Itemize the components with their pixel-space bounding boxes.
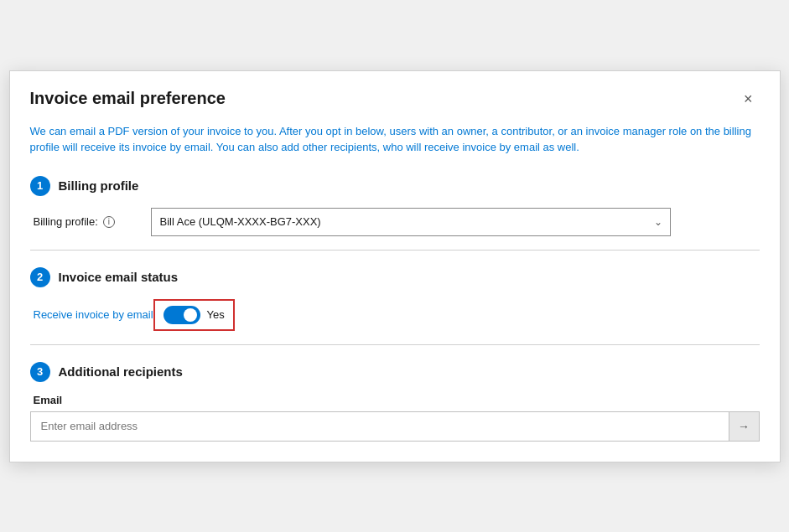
arrow-right-icon: → <box>738 420 750 433</box>
receive-invoice-label: Receive invoice by email <box>34 308 153 321</box>
invoice-email-dialog: Invoice email preference × We can email … <box>9 70 781 462</box>
dialog-title: Invoice email preference <box>30 89 226 108</box>
divider-2 <box>30 344 760 345</box>
close-button[interactable]: × <box>737 88 760 110</box>
section3-header: 3 Additional recipients <box>30 362 760 382</box>
email-input-row: → <box>30 411 760 442</box>
toggle-area: Yes <box>153 299 235 331</box>
toggle-yes-label: Yes <box>207 308 225 321</box>
email-add-button[interactable]: → <box>729 411 760 442</box>
email-column-label: Email <box>30 394 760 406</box>
billing-profile-field-row: Billing profile: i Bill Ace (ULQM-XXXX-B… <box>30 208 760 236</box>
section1-title: Billing profile <box>59 178 139 193</box>
section1-number: 1 <box>30 176 50 196</box>
dialog-body: We can email a PDF version of your invoi… <box>10 123 780 462</box>
section1-header: 1 Billing profile <box>30 176 760 196</box>
receive-invoice-field-row: Receive invoice by email Yes <box>30 299 760 331</box>
section-invoice-status: 2 Invoice email status Receive invoice b… <box>30 267 760 331</box>
billing-profile-info-icon[interactable]: i <box>103 216 115 228</box>
email-input[interactable] <box>30 411 729 442</box>
toggle-thumb <box>184 308 197 322</box>
section-billing-profile: 1 Billing profile Billing profile: i Bil… <box>30 176 760 236</box>
billing-profile-label: Billing profile: i <box>34 215 151 228</box>
section3-title: Additional recipients <box>59 364 183 379</box>
toggle-highlight-box: Yes <box>153 299 235 331</box>
billing-profile-select[interactable]: Bill Ace (ULQM-XXXX-BG7-XXX) <box>151 208 671 236</box>
billing-profile-select-wrapper: Bill Ace (ULQM-XXXX-BG7-XXX) ⌄ <box>151 208 671 236</box>
info-text: We can email a PDF version of your invoi… <box>30 123 760 159</box>
divider-1 <box>30 250 760 251</box>
dialog-header: Invoice email preference × <box>10 71 780 123</box>
section2-title: Invoice email status <box>59 270 179 284</box>
section3-number: 3 <box>30 362 50 382</box>
section2-header: 2 Invoice email status <box>30 267 760 287</box>
toggle-switch[interactable] <box>164 306 200 324</box>
section-additional-recipients: 3 Additional recipients Email → <box>30 362 760 442</box>
section2-number: 2 <box>30 267 50 287</box>
